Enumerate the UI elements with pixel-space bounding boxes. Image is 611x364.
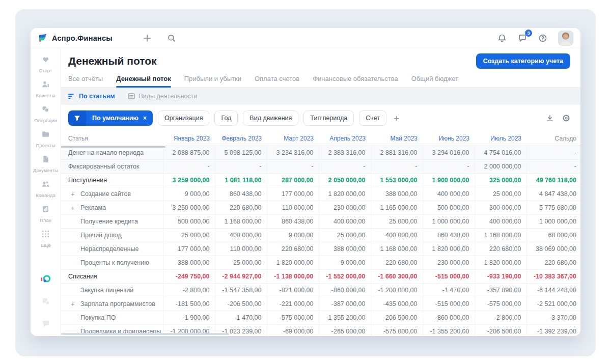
page-title: Денежный поток [68, 55, 157, 67]
sidebar-item-label: Клиенты [36, 93, 55, 98]
cell-value: 500 000,00 [163, 214, 215, 228]
cell-value: 25 000,00 [215, 256, 267, 269]
table-row: Нераспределенные177 000,00110 000,00220 … [61, 242, 580, 256]
export-button[interactable] [546, 114, 554, 122]
horizontal-scrollbar-bottom[interactable] [61, 333, 229, 335]
row-label: Нераспределенные [61, 242, 163, 256]
shortcut-2-app-icon[interactable] [41, 319, 51, 329]
cell-value: 388 000,00 [319, 242, 371, 256]
table-row: Закупка лицензий-2 800,00-1 547 358,00-8… [61, 283, 580, 297]
cell-value: 300 000,00 [475, 201, 526, 214]
active-filter-chip[interactable]: По умолчанию × [68, 110, 153, 126]
filter-chip-счет[interactable]: Счет [359, 110, 386, 126]
filter-chip-организация[interactable]: Организация [158, 110, 209, 126]
sidebar-item-clients[interactable]: Клиенты [33, 80, 58, 98]
row-label: Поступления [61, 173, 163, 187]
tab-все-отчёты[interactable]: Все отчёты [68, 72, 103, 87]
column-header-month[interactable]: Март 2023 [267, 131, 319, 146]
cell-value: -1 355 200,00 [423, 324, 475, 336]
sidebar-item-team[interactable]: Команда [33, 180, 58, 198]
notifications-button[interactable] [497, 33, 507, 43]
column-header-month[interactable]: Февраль 2023 [215, 131, 267, 146]
app-window: Аспро.Финансы 3 [31, 28, 580, 336]
table-settings-button[interactable] [562, 114, 570, 122]
global-add-button[interactable] [142, 33, 152, 43]
column-header-saldo: Сальдо [526, 131, 580, 146]
expand-row-icon[interactable]: + [71, 300, 75, 307]
horizontal-scrollbar-top[interactable] [61, 146, 165, 148]
cell-saldo: 1 000 000,00 [526, 214, 580, 228]
sidebar-item-documents[interactable]: Документы [33, 155, 58, 173]
cell-value: 400 000,00 [423, 187, 475, 201]
sidebar-item-more[interactable]: Ещё [33, 230, 58, 248]
column-header-month[interactable]: Май 2023 [371, 131, 423, 146]
tab-общий-бюджет[interactable]: Общий бюджет [411, 72, 458, 87]
column-header-month[interactable]: Июль 2023 [475, 131, 526, 146]
cell-value: 230 000,00 [423, 256, 475, 269]
cell-saldo: - [526, 146, 580, 159]
cell-value: -575 000,00 [371, 324, 423, 336]
sidebar-item-label: План [40, 217, 51, 223]
cell-value: 400 000,00 [475, 214, 526, 228]
sidebar-item-plan[interactable]: План [33, 205, 58, 223]
cell-value: 1 820 000,00 [475, 256, 526, 269]
search-button[interactable] [166, 33, 177, 43]
sidebar-item-start[interactable]: Старт [33, 55, 58, 73]
help-button[interactable] [538, 33, 548, 43]
cell-value: -1 355 200,00 [319, 311, 371, 324]
shortcut-1-app-icon[interactable] [41, 296, 51, 306]
brand-app-icon[interactable] [41, 274, 51, 284]
subtab-по-статьям[interactable]: По статьям [68, 93, 115, 100]
cell-value: - [163, 159, 215, 173]
cell-value: -357 890,00 [475, 283, 526, 297]
column-header-month[interactable]: Июнь 2023 [423, 131, 475, 146]
add-filter-button[interactable]: + [394, 114, 399, 123]
cell-value: -860 000,00 [423, 311, 475, 324]
sidebar-item-label: Старт [39, 68, 52, 73]
cell-value: -265 000,00 [319, 324, 371, 336]
cell-value: -575 000,00 [475, 297, 526, 311]
tab-денежный-поток[interactable]: Денежный поток [116, 72, 171, 87]
tab-прибыли-и-убытки[interactable]: Прибыли и убытки [184, 72, 241, 87]
row-label: Получение кредита [61, 214, 163, 228]
cell-value: 1 820 000,00 [267, 256, 319, 269]
sidebar-item-operations[interactable]: Операции [33, 105, 58, 123]
tab-оплата-счетов[interactable]: Оплата счетов [255, 72, 299, 87]
column-header-month[interactable]: Январь 2023 [163, 131, 215, 146]
filter-chip-год[interactable]: Год [214, 110, 238, 126]
cell-value: -206 500,00 [475, 324, 526, 336]
filter-chip-вид-движения[interactable]: Вид движения [243, 110, 298, 126]
subtab-виды-деятельности[interactable]: Виды деятельности [128, 93, 197, 100]
expand-row-icon[interactable]: + [71, 204, 75, 211]
cell-saldo: -10 383 367,00 [526, 269, 580, 283]
sidebar-item-projects[interactable]: Проекты [33, 130, 58, 148]
table-row: Проценты к получению388 000,0025 000,001… [61, 256, 580, 269]
app-logo[interactable]: Аспро.Финансы [38, 33, 113, 43]
app-name: Аспро.Финансы [52, 34, 113, 42]
bell-icon [497, 34, 507, 43]
cell-value: 500 000,00 [423, 201, 475, 214]
tab-финансовые-обязательства[interactable]: Финансовые обязательства [313, 72, 398, 87]
column-header-month[interactable]: Апрель 2023 [319, 131, 371, 146]
cell-value: 25 000,00 [163, 228, 215, 242]
messages-button[interactable]: 3 [517, 33, 527, 43]
table-row: Списания-249 750,00-2 944 927,00-1 138 0… [61, 269, 580, 283]
expand-row-icon[interactable]: + [71, 190, 75, 197]
row-label: +Зарплата программистов [61, 297, 163, 311]
cell-value: 287 000,00 [267, 173, 319, 187]
topbar: Аспро.Финансы 3 [31, 28, 580, 48]
sidebar-item-label: Документы [33, 167, 58, 173]
cell-value: -1 138 000,00 [267, 269, 319, 283]
cell-value: -181 500,00 [163, 297, 215, 311]
cell-value: -575 000,00 [267, 311, 319, 324]
create-category-button[interactable]: Создать категорию учета [476, 53, 570, 69]
filter-chip-тип-периода[interactable]: Тип периода [303, 110, 354, 126]
cell-value: 860 438,00 [267, 214, 319, 228]
filter-row: По умолчанию × ОрганизацияГодВид движени… [61, 105, 580, 131]
row-label: Проценты к получению [61, 256, 163, 269]
clear-filter-icon[interactable]: × [143, 115, 147, 122]
card-icon [128, 93, 135, 100]
cell-value: -1 470,00 [215, 311, 267, 324]
table-row: Покупка ПО-1 900,00-1 470,00-575 000,00-… [61, 311, 580, 324]
user-avatar[interactable] [558, 31, 573, 46]
